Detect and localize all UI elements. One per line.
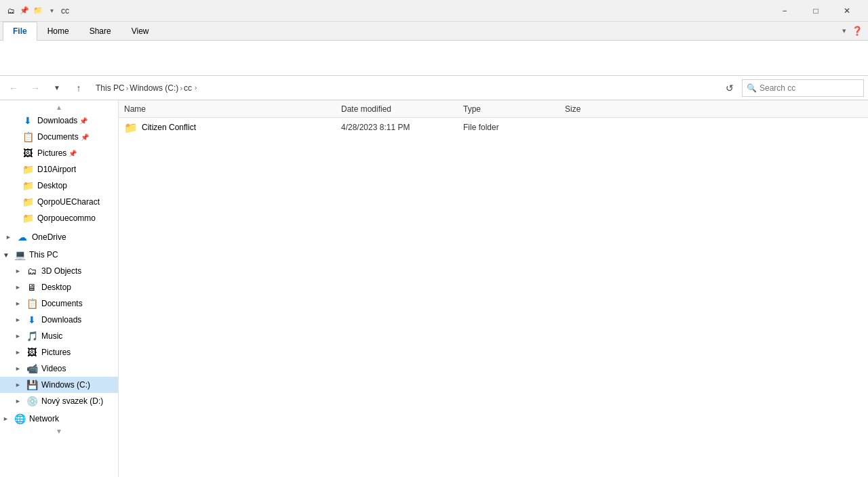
sidebar-item-network[interactable]: ► 🌐 Network: [0, 411, 118, 427]
ribbon-content: [0, 40, 868, 75]
sidebar-item-thispc[interactable]: ▼ 💻 This PC: [0, 247, 118, 263]
file-list: 📁 Citizen Conflict 4/28/2023 8:11 PM Fil…: [119, 118, 868, 477]
sidebar-item-windowsc[interactable]: ► 💾 Windows (C:): [0, 377, 118, 393]
sidebar-item-pictures-thispc[interactable]: ► 🖼 Pictures: [0, 344, 118, 360]
sidebar-item-qorpouecommo[interactable]: 📁 Qorpouecommo: [0, 210, 118, 226]
sidebar-item-3dobjects[interactable]: ► 🗂 3D Objects: [0, 263, 118, 279]
3dobjects-icon: 🗂: [26, 265, 38, 277]
expand-arrow-icon: ►: [15, 268, 24, 274]
pin-icon: 📌: [68, 150, 77, 157]
sidebar-item-label: Windows (C:): [41, 380, 90, 390]
ribbon-help-icon: ❓: [852, 26, 863, 36]
sidebar-item-label: Nový svazek (D:): [41, 396, 103, 406]
sidebar-item-downloads-quick[interactable]: ⬇ Downloads 📌: [0, 112, 118, 129]
sidebar: ▲ ⬇ Downloads 📌 📋 Documents 📌 🖼 Pictures…: [0, 100, 119, 477]
breadcrumb-item-thispc: This PC: [96, 83, 125, 93]
column-header-type[interactable]: Type: [463, 104, 565, 114]
breadcrumb[interactable]: This PC › Windows (C:) › cc ›: [91, 79, 715, 97]
tab-share[interactable]: Share: [79, 22, 121, 40]
expand-arrow-icon: ►: [5, 234, 15, 241]
forward-button[interactable]: →: [26, 79, 45, 98]
column-header-size[interactable]: Size: [565, 104, 633, 114]
maximize-button[interactable]: □: [800, 0, 831, 22]
sidebar-item-documents-thispc[interactable]: ► 📋 Documents: [0, 295, 118, 312]
sidebar-item-label: Music: [41, 331, 62, 341]
folder-icon: 📁: [22, 180, 34, 192]
refresh-button[interactable]: ↺: [720, 79, 739, 98]
expand-arrow-icon: ►: [15, 284, 24, 291]
sidebar-item-desktop-thispc[interactable]: ► 🖥 Desktop: [0, 279, 118, 295]
up-button[interactable]: ↑: [69, 79, 88, 98]
expand-arrow-icon: ►: [15, 365, 24, 372]
title-icons: 🗂 📌 📁 ▾: [5, 5, 57, 16]
sidebar-item-label: Videos: [41, 364, 66, 373]
scroll-up-indicator: ▲: [0, 103, 118, 112]
column-headers: Name Date modified Type Size: [119, 100, 868, 118]
tab-file[interactable]: File: [3, 22, 37, 41]
column-header-name[interactable]: Name: [124, 104, 341, 114]
column-header-date[interactable]: Date modified: [341, 104, 463, 114]
content-area: Name Date modified Type Size 📁 Citizen C…: [119, 100, 868, 477]
pictures-icon: 🖼: [22, 147, 34, 159]
sidebar-item-d10airport[interactable]: 📁 D10Airport: [0, 161, 118, 178]
sidebar-item-label: Downloads: [41, 315, 81, 325]
expand-arrow-icon: ►: [15, 349, 24, 356]
sidebar-item-pictures-quick[interactable]: 🖼 Pictures 📌: [0, 145, 118, 161]
quick-access-icon-1: 📌: [19, 5, 30, 16]
ribbon-tabs: File Home Share View ▾ ❓: [0, 22, 868, 40]
close-button[interactable]: ✕: [831, 0, 863, 22]
window-controls: − □ ✕: [769, 0, 863, 22]
expand-arrow-icon: ►: [15, 398, 24, 405]
folder-icon: 📁: [22, 212, 34, 224]
expand-arrow-icon: ▼: [3, 251, 12, 259]
sidebar-item-label: 3D Objects: [41, 266, 81, 276]
sidebar-item-label: OneDrive: [32, 232, 66, 242]
network-icon: 🌐: [14, 413, 26, 425]
pin-icon: 📌: [79, 117, 87, 125]
sidebar-item-label: QorpoUECharact: [37, 197, 100, 207]
expand-arrow-icon: ►: [15, 316, 24, 323]
title-bar: 🗂 📌 📁 ▾ cc − □ ✕: [0, 0, 868, 22]
file-name: Citizen Conflict: [142, 123, 196, 132]
sidebar-item-music[interactable]: ► 🎵 Music: [0, 328, 118, 344]
sidebar-item-onedrive[interactable]: ► ☁ OneDrive: [0, 229, 118, 245]
search-input[interactable]: [760, 83, 859, 93]
search-icon: 🔍: [747, 83, 757, 93]
sidebar-item-downloads-thispc[interactable]: ► ⬇ Downloads: [0, 312, 118, 328]
sidebar-item-label: Documents: [37, 132, 79, 142]
app-icon: 🗂: [5, 5, 16, 16]
sidebar-item-label: Documents: [41, 299, 83, 308]
search-box[interactable]: 🔍: [742, 79, 864, 97]
music-icon: 🎵: [26, 330, 38, 342]
tab-view[interactable]: View: [121, 22, 159, 40]
recent-locations-button[interactable]: ▼: [47, 79, 66, 98]
downloads-icon: ⬇: [26, 314, 38, 326]
sidebar-item-label: Network: [29, 414, 59, 423]
sidebar-item-novysvazek[interactable]: ► 💿 Nový svazek (D:): [0, 393, 118, 409]
sidebar-item-label: D10Airport: [37, 165, 76, 174]
expand-arrow-icon: ►: [3, 415, 12, 422]
documents-icon: 📋: [26, 297, 38, 310]
videos-icon: 📹: [26, 362, 38, 375]
folder-icon-title: 📁: [33, 5, 43, 16]
sidebar-item-label: Desktop: [41, 283, 71, 292]
sidebar-item-documents-quick[interactable]: 📋 Documents 📌: [0, 129, 118, 145]
downloads-icon: ⬇: [22, 115, 34, 127]
documents-icon: 📋: [22, 131, 34, 143]
sidebar-item-qorpouecharact[interactable]: 📁 QorpoUECharact: [0, 194, 118, 210]
sidebar-item-label: Pictures: [37, 148, 66, 158]
scroll-down-indicator: ▼: [0, 427, 118, 436]
sidebar-item-videos[interactable]: ► 📹 Videos: [0, 360, 118, 377]
table-row[interactable]: 📁 Citizen Conflict 4/28/2023 8:11 PM Fil…: [119, 118, 868, 137]
back-button[interactable]: ←: [4, 79, 23, 98]
sidebar-item-label: Pictures: [41, 348, 71, 357]
expand-arrow-icon: ►: [15, 333, 24, 339]
sidebar-item-label: Desktop: [37, 181, 67, 190]
ribbon: File Home Share View ▾ ❓: [0, 22, 868, 76]
minimize-button[interactable]: −: [769, 0, 800, 22]
folder-icon: 📁: [124, 121, 138, 134]
onedrive-icon: ☁: [16, 231, 28, 243]
thispc-icon: 💻: [14, 249, 26, 261]
tab-home[interactable]: Home: [37, 22, 79, 40]
sidebar-item-desktop-quick[interactable]: 📁 Desktop: [0, 178, 118, 194]
